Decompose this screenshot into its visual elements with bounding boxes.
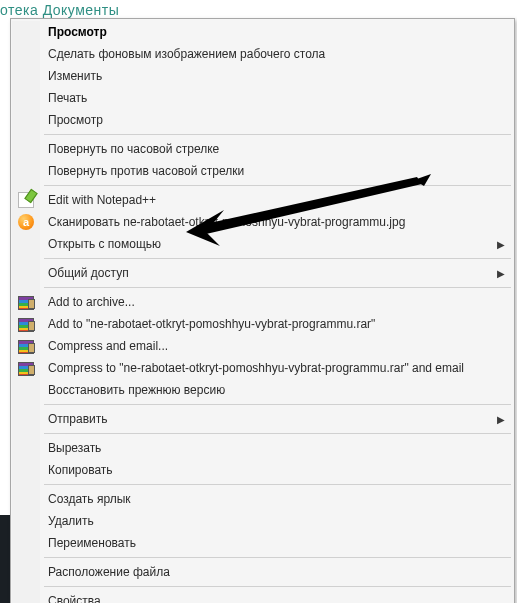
menu-item-send-to[interactable]: Отправить▶ bbox=[12, 408, 513, 430]
menu-item-open-with[interactable]: Открыть с помощью▶ bbox=[12, 233, 513, 255]
winrar-icon bbox=[18, 296, 34, 310]
icon-slot bbox=[12, 138, 40, 160]
icon-slot bbox=[12, 335, 40, 357]
icon-slot bbox=[12, 189, 40, 211]
icon-slot bbox=[12, 262, 40, 284]
menu-item-delete[interactable]: Удалить bbox=[12, 510, 513, 532]
icon-slot bbox=[12, 109, 40, 131]
menu-item-rar-add-named[interactable]: Add to "ne-rabotaet-otkryt-pomoshhyu-vyb… bbox=[12, 313, 513, 335]
menu-separator bbox=[12, 430, 513, 437]
icon-slot bbox=[12, 233, 40, 255]
menu-item-label: Изменить bbox=[40, 69, 513, 83]
menu-item-rar-add[interactable]: Add to archive... bbox=[12, 291, 513, 313]
icon-slot bbox=[12, 459, 40, 481]
menu-item-cut[interactable]: Вырезать bbox=[12, 437, 513, 459]
icon-slot bbox=[12, 437, 40, 459]
menu-item-rename[interactable]: Переименовать bbox=[12, 532, 513, 554]
icon-slot bbox=[12, 291, 40, 313]
submenu-arrow-icon: ▶ bbox=[493, 239, 513, 250]
icon-slot bbox=[12, 211, 40, 233]
menu-item-preview-bold[interactable]: Просмотр bbox=[12, 21, 513, 43]
menu-separator bbox=[12, 255, 513, 262]
avast-icon bbox=[18, 214, 34, 230]
menu-item-label: Сканировать ne-rabotaet-otkryt-pomoshhyu… bbox=[40, 215, 513, 229]
menu-item-label: Печать bbox=[40, 91, 513, 105]
icon-slot bbox=[12, 87, 40, 109]
menu-item-preview[interactable]: Просмотр bbox=[12, 109, 513, 131]
winrar-icon bbox=[18, 362, 34, 376]
menu-separator bbox=[12, 131, 513, 138]
menu-separator bbox=[12, 182, 513, 189]
menu-item-label: Создать ярлык bbox=[40, 492, 513, 506]
menu-item-file-location[interactable]: Расположение файла bbox=[12, 561, 513, 583]
menu-item-label: Отправить bbox=[40, 412, 493, 426]
menu-separator bbox=[12, 554, 513, 561]
winrar-icon bbox=[18, 340, 34, 354]
menu-item-label: Add to archive... bbox=[40, 295, 513, 309]
icon-slot bbox=[12, 21, 40, 43]
menu-item-label: Открыть с помощью bbox=[40, 237, 493, 251]
menu-item-label: Просмотр bbox=[40, 25, 513, 39]
menu-item-label: Переименовать bbox=[40, 536, 513, 550]
menu-item-create-shortcut[interactable]: Создать ярлык bbox=[12, 488, 513, 510]
icon-slot bbox=[12, 408, 40, 430]
menu-item-label: Общий доступ bbox=[40, 266, 493, 280]
menu-item-copy[interactable]: Копировать bbox=[12, 459, 513, 481]
winrar-icon bbox=[18, 318, 34, 332]
icon-slot bbox=[12, 532, 40, 554]
menu-separator bbox=[12, 401, 513, 408]
menu-item-label: Восстановить прежнюю версию bbox=[40, 383, 513, 397]
icon-slot bbox=[12, 561, 40, 583]
context-menu: ПросмотрСделать фоновым изображением раб… bbox=[10, 18, 515, 603]
icon-slot bbox=[12, 313, 40, 335]
icon-slot bbox=[12, 160, 40, 182]
menu-item-restore-prev[interactable]: Восстановить прежнюю версию bbox=[12, 379, 513, 401]
menu-item-label: Edit with Notepad++ bbox=[40, 193, 513, 207]
menu-item-avast-scan[interactable]: Сканировать ne-rabotaet-otkryt-pomoshhyu… bbox=[12, 211, 513, 233]
notepadpp-icon bbox=[18, 192, 34, 208]
icon-slot bbox=[12, 65, 40, 87]
menu-item-label: Compress to "ne-rabotaet-otkryt-pomoshhy… bbox=[40, 361, 513, 375]
icon-slot bbox=[12, 379, 40, 401]
menu-item-rotate-ccw[interactable]: Повернуть против часовой стрелки bbox=[12, 160, 513, 182]
menu-item-rar-email-named[interactable]: Compress to "ne-rabotaet-otkryt-pomoshhy… bbox=[12, 357, 513, 379]
menu-item-label: Сделать фоновым изображением рабочего ст… bbox=[40, 47, 513, 61]
menu-item-share[interactable]: Общий доступ▶ bbox=[12, 262, 513, 284]
menu-item-label: Свойства bbox=[40, 594, 513, 603]
menu-separator bbox=[12, 284, 513, 291]
menu-item-rar-email[interactable]: Compress and email... bbox=[12, 335, 513, 357]
menu-separator bbox=[12, 481, 513, 488]
menu-item-edit-npp[interactable]: Edit with Notepad++ bbox=[12, 189, 513, 211]
submenu-arrow-icon: ▶ bbox=[493, 268, 513, 279]
menu-item-label: Compress and email... bbox=[40, 339, 513, 353]
menu-item-label: Удалить bbox=[40, 514, 513, 528]
menu-item-print[interactable]: Печать bbox=[12, 87, 513, 109]
icon-slot bbox=[12, 488, 40, 510]
menu-item-edit[interactable]: Изменить bbox=[12, 65, 513, 87]
icon-slot bbox=[12, 43, 40, 65]
menu-item-rotate-cw[interactable]: Повернуть по часовой стрелке bbox=[12, 138, 513, 160]
background-sliver bbox=[0, 515, 10, 603]
icon-slot bbox=[12, 357, 40, 379]
menu-separator bbox=[12, 583, 513, 590]
menu-item-properties[interactable]: Свойства bbox=[12, 590, 513, 603]
menu-item-label: Копировать bbox=[40, 463, 513, 477]
icon-slot bbox=[12, 510, 40, 532]
menu-item-label: Повернуть против часовой стрелки bbox=[40, 164, 513, 178]
submenu-arrow-icon: ▶ bbox=[493, 414, 513, 425]
window-header-fragment: отека Документы bbox=[0, 2, 119, 18]
menu-item-label: Просмотр bbox=[40, 113, 513, 127]
menu-item-label: Add to "ne-rabotaet-otkryt-pomoshhyu-vyb… bbox=[40, 317, 513, 331]
menu-item-label: Повернуть по часовой стрелке bbox=[40, 142, 513, 156]
menu-item-label: Вырезать bbox=[40, 441, 513, 455]
menu-item-set-wallpaper[interactable]: Сделать фоновым изображением рабочего ст… bbox=[12, 43, 513, 65]
menu-item-label: Расположение файла bbox=[40, 565, 513, 579]
icon-slot bbox=[12, 590, 40, 603]
